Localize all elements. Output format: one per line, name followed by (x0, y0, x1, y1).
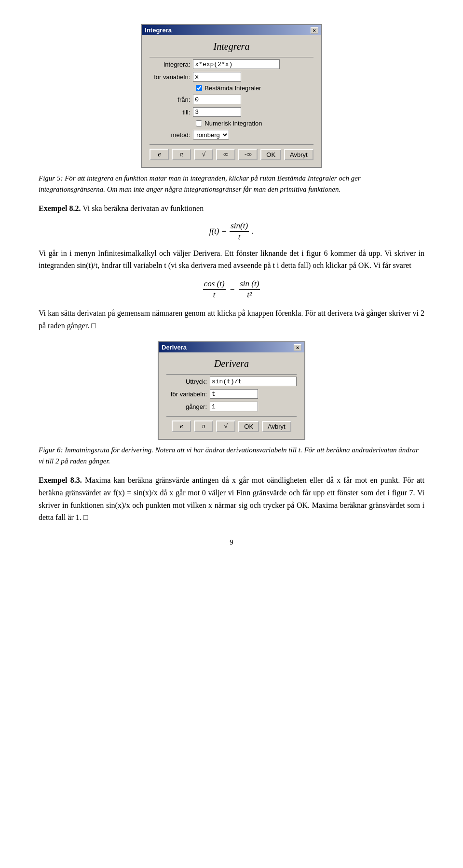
till-row: till: (150, 107, 313, 117)
ex8-2-text2: Vi går in i menyn Infinitesimalkalkyl oc… (39, 247, 424, 272)
uttryck-input[interactable] (210, 377, 297, 386)
derivera-btn-pi[interactable]: π (194, 420, 213, 432)
uttryck-label: Uttryck: (166, 378, 210, 385)
page-number: 9 (39, 538, 424, 546)
derivera-btn-ok[interactable]: OK (238, 421, 259, 432)
ex8-3-square: □ (83, 513, 88, 521)
f-lhs: f(t) = (209, 226, 227, 236)
ex8-3-header: Exempel 8.3. (39, 476, 82, 484)
btn-inf[interactable]: ∞ (216, 149, 235, 160)
integrera-heading: Integrera (150, 41, 313, 52)
derivera-btn-e[interactable]: e (172, 420, 191, 432)
ex8-2-bold: Exempel 8.2. (39, 204, 81, 212)
till-label: till: (150, 109, 193, 116)
figure5-container: Integrera × Integrera Integrera: för var… (39, 24, 424, 168)
integrera-field-label: Integrera: (150, 61, 193, 68)
for-variabeln-row: för variabeln: (150, 72, 313, 82)
figure6-container: Derivera × Derivera Uttryck: för variabe… (39, 341, 424, 440)
derivera-btn-avbryt[interactable]: Avbryt (262, 421, 291, 432)
derivera-for-variabeln-label: för variabeln: (166, 391, 210, 398)
integrera-body: Integrera Integrera: för variabeln: Best… (142, 35, 321, 167)
cos-numerator: cos (t) (203, 279, 226, 290)
square-end: □ (91, 322, 96, 330)
derivera-buttons-row: e π √ OK Avbryt (166, 416, 297, 432)
derivera-btn-sqrt[interactable]: √ (216, 420, 235, 432)
numerisk-checkbox[interactable] (196, 120, 202, 126)
integrera-input[interactable] (193, 59, 280, 69)
derivera-dialog: Derivera × Derivera Uttryck: för variabe… (158, 341, 305, 440)
f-period: . (252, 226, 254, 236)
fig6-caption-text: Figur 6: Inmatningsruta för derivering. … (39, 446, 419, 465)
btn-ok[interactable]: OK (260, 149, 281, 160)
ex8-2-text1: Vi ska beräkna derivatan av funktionen (82, 204, 204, 212)
integrera-dialog: Integrera × Integrera Integrera: för var… (141, 24, 322, 168)
cos-fraction: cos (t) t (203, 279, 226, 300)
derivera-body: Derivera Uttryck: för variabeln: gånger:… (159, 352, 304, 439)
numerisk-label: Numerisk integration (204, 120, 262, 127)
minus-sign: − (230, 285, 235, 294)
fran-label: från: (150, 96, 193, 103)
ganger-row: gånger: (166, 402, 297, 411)
uttryck-row: Uttryck: (166, 377, 297, 386)
fran-input[interactable] (193, 95, 241, 104)
ex8-2-text3: Vi kan sätta derivatan på gemensam nämna… (39, 307, 424, 332)
derivera-title: Derivera (162, 344, 187, 351)
bestamda-checkbox-row: Bestämda Integraler (196, 84, 313, 92)
bestamda-checkbox[interactable] (196, 85, 202, 91)
ex8-3-paragraph: Exempel 8.3. Maxima kan beräkna gränsvär… (39, 474, 424, 523)
metod-label: metod: (150, 131, 193, 139)
f-numerator: sin(t) (230, 221, 249, 232)
for-variabeln-label: för variabeln: (150, 73, 193, 81)
sin-numerator: sin (t) (239, 279, 260, 290)
integrera-title: Integrera (145, 27, 172, 34)
btn-e[interactable]: e (150, 149, 169, 160)
fig5-caption: Figur 5: För att integrera en funktion m… (39, 173, 424, 195)
cos-formula-display: cos (t) t − sin (t) t² (39, 279, 424, 300)
derivera-close-button[interactable]: × (294, 344, 301, 351)
derivera-for-variabeln-input[interactable] (210, 389, 258, 399)
sin-fraction: sin (t) t² (239, 279, 260, 300)
metod-row: metod: romberg (150, 130, 313, 140)
till-input[interactable] (193, 107, 241, 117)
derivera-for-variabeln-row: för variabeln: (166, 389, 297, 399)
for-variabeln-input[interactable] (193, 72, 241, 82)
numerisk-checkbox-row: Numerisk integration (196, 120, 313, 127)
btn-pi[interactable]: π (172, 149, 191, 160)
cos-denominator: t (212, 290, 217, 300)
btn-avbryt[interactable]: Avbryt (284, 149, 313, 160)
integrera-buttons-row: e π √ ∞ -∞ OK Avbryt (150, 144, 313, 160)
fran-row: från: (150, 95, 313, 104)
integrera-field-row: Integrera: (150, 59, 313, 69)
btn-neg-inf[interactable]: -∞ (238, 149, 258, 160)
f-fraction: sin(t) t (230, 221, 249, 242)
integrera-titlebar: Integrera × (142, 25, 321, 35)
ganger-label: gånger: (166, 403, 210, 410)
ex8-2-header: Exempel 8.2. Vi ska beräkna derivatan av… (39, 202, 424, 215)
sin-denominator: t² (246, 290, 253, 300)
f-formula-display: f(t) = sin(t) t . (39, 221, 424, 242)
btn-sqrt[interactable]: √ (194, 149, 213, 160)
f-denominator: t (237, 232, 242, 242)
bestamda-label: Bestämda Integraler (204, 84, 261, 92)
derivera-titlebar: Derivera × (159, 342, 304, 352)
ganger-input[interactable] (210, 402, 258, 411)
metod-select[interactable]: romberg (193, 130, 229, 140)
derivera-heading: Derivera (166, 358, 297, 369)
fig6-caption: Figur 6: Inmatningsruta för derivering. … (39, 445, 424, 466)
integrera-close-button[interactable]: × (311, 27, 318, 34)
fig5-caption-text: Figur 5: För att integrera en funktion m… (39, 174, 361, 193)
ex8-3-text1: Maxima kan beräkna gränsvärde antingen d… (39, 476, 424, 521)
